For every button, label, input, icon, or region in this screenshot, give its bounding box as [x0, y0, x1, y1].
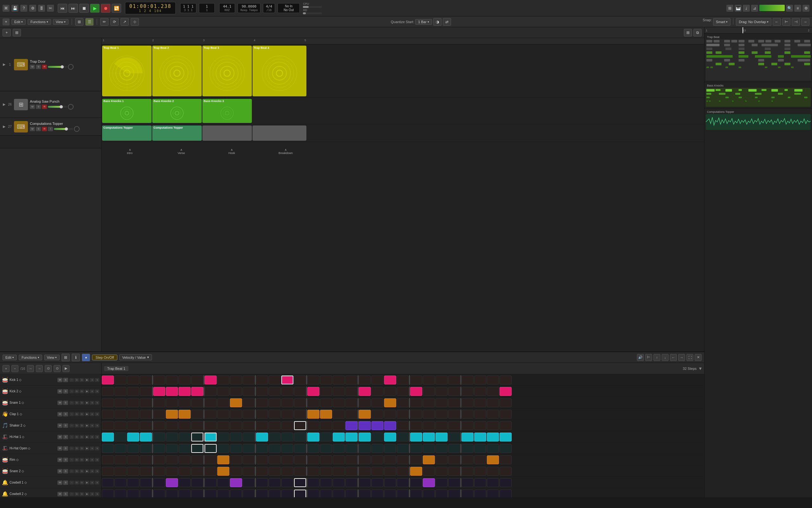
- step-cell[interactable]: [102, 467, 114, 476]
- step-cell[interactable]: [153, 387, 165, 396]
- step-cell[interactable]: [166, 478, 178, 487]
- step-cell[interactable]: [191, 376, 203, 384]
- functions-menu[interactable]: Functions ▾: [28, 19, 51, 25]
- step-cell[interactable]: [333, 387, 345, 396]
- align-icon[interactable]: ⊢: [645, 354, 652, 361]
- step-cell[interactable]: [462, 467, 473, 476]
- pencil-tool[interactable]: ✏: [100, 18, 109, 26]
- step-cell[interactable]: [243, 455, 255, 464]
- step-cell[interactable]: [474, 444, 486, 453]
- step-cell[interactable]: [435, 478, 448, 487]
- step-cell[interactable]: [372, 478, 384, 487]
- step-cell[interactable]: [191, 410, 203, 419]
- step-cell[interactable]: [115, 444, 126, 453]
- step-cell[interactable]: [127, 421, 139, 430]
- step-cell[interactable]: [204, 410, 217, 419]
- step-cell[interactable]: [307, 376, 319, 384]
- step-cell[interactable]: [166, 455, 178, 464]
- clip-trap-beat-4[interactable]: Trap Beat 4: [253, 46, 306, 96]
- fast-forward-button[interactable]: ⏭: [69, 4, 78, 13]
- step-cell[interactable]: [320, 433, 332, 441]
- step-cell[interactable]: [500, 478, 512, 487]
- step-cell[interactable]: [462, 455, 473, 464]
- step-cell[interactable]: [359, 444, 371, 453]
- step-cell[interactable]: [448, 478, 460, 487]
- nudge4-icon[interactable]: →: [801, 18, 809, 26]
- step-cell[interactable]: [474, 376, 486, 384]
- step-cell[interactable]: [448, 410, 460, 419]
- step-cell[interactable]: [217, 444, 229, 453]
- step-icon3[interactable]: ▶: [63, 365, 70, 372]
- step-cell[interactable]: [256, 387, 268, 396]
- step-cell[interactable]: [435, 410, 448, 419]
- step-cell[interactable]: [384, 478, 396, 487]
- step-cell[interactable]: [204, 387, 217, 396]
- pan-26[interactable]: [68, 104, 74, 110]
- step-cell[interactable]: [345, 376, 357, 384]
- step-cell[interactable]: [487, 421, 499, 430]
- step-cell[interactable]: [243, 398, 255, 407]
- step-cell[interactable]: [179, 467, 191, 476]
- step-cell[interactable]: [320, 467, 332, 476]
- step-cell[interactable]: [230, 421, 242, 430]
- step-cell[interactable]: [474, 421, 486, 430]
- step-cell[interactable]: [191, 387, 203, 396]
- step-cell[interactable]: [462, 376, 473, 384]
- step-cell[interactable]: [140, 421, 152, 430]
- step-cell[interactable]: [372, 490, 384, 498]
- step-cell[interactable]: [230, 490, 242, 498]
- step-cell[interactable]: [435, 421, 448, 430]
- step-cell[interactable]: [217, 410, 229, 419]
- step-cell[interactable]: [345, 467, 357, 476]
- step-cell[interactable]: [294, 490, 306, 498]
- step-cell[interactable]: [487, 467, 499, 476]
- step-cell[interactable]: [320, 478, 332, 487]
- step-cell[interactable]: [487, 433, 499, 441]
- step-cell[interactable]: [127, 398, 139, 407]
- step-cell[interactable]: [281, 410, 294, 419]
- step-cell[interactable]: [474, 387, 486, 396]
- step-cell[interactable]: [179, 478, 191, 487]
- step-cell[interactable]: [230, 398, 242, 407]
- step-cell[interactable]: [448, 444, 460, 453]
- step-cell[interactable]: [179, 387, 191, 396]
- step-cell[interactable]: [487, 387, 499, 396]
- step-cell[interactable]: [410, 478, 422, 487]
- step-cell[interactable]: [500, 490, 512, 498]
- swap-icon[interactable]: ⇄: [443, 18, 451, 26]
- step-cell[interactable]: [487, 376, 499, 384]
- step-cell[interactable]: [397, 433, 409, 441]
- step-cell[interactable]: [487, 455, 499, 464]
- step-cell[interactable]: [102, 387, 114, 396]
- minus-step-btn[interactable]: −: [11, 365, 18, 372]
- step-cell[interactable]: [140, 398, 152, 407]
- piano-icon[interactable]: 🎹: [735, 5, 742, 12]
- step-cell[interactable]: [487, 490, 499, 498]
- step-icon1[interactable]: ⊙: [45, 365, 52, 372]
- step-cell[interactable]: [345, 478, 357, 487]
- clip-comp-topper-2[interactable]: Computations Topper: [152, 126, 202, 141]
- note-icon[interactable]: ♩: [743, 5, 750, 12]
- step-cell[interactable]: [102, 444, 114, 453]
- step-cell[interactable]: [269, 444, 281, 453]
- cycle-button[interactable]: 🔁: [112, 4, 121, 13]
- step-cell[interactable]: [435, 455, 448, 464]
- step-cell[interactable]: [410, 490, 422, 498]
- step-cell[interactable]: [462, 421, 473, 430]
- step-cell[interactable]: [166, 410, 178, 419]
- step-cell[interactable]: [320, 387, 332, 396]
- step-cell[interactable]: [500, 433, 512, 441]
- step-cell[interactable]: [115, 490, 126, 498]
- step-cell[interactable]: [243, 387, 255, 396]
- step-cell[interactable]: [115, 433, 126, 441]
- step-cell[interactable]: [294, 467, 306, 476]
- step-cell[interactable]: [448, 387, 460, 396]
- step-cell[interactable]: [410, 387, 422, 396]
- stop-button[interactable]: ⏹: [79, 4, 89, 13]
- step-cell[interactable]: [179, 490, 191, 498]
- step-cell[interactable]: [294, 398, 306, 407]
- step-cell[interactable]: [397, 467, 409, 476]
- step-cell[interactable]: [191, 478, 203, 487]
- step-cell[interactable]: [397, 490, 409, 498]
- step-cell[interactable]: [333, 421, 345, 430]
